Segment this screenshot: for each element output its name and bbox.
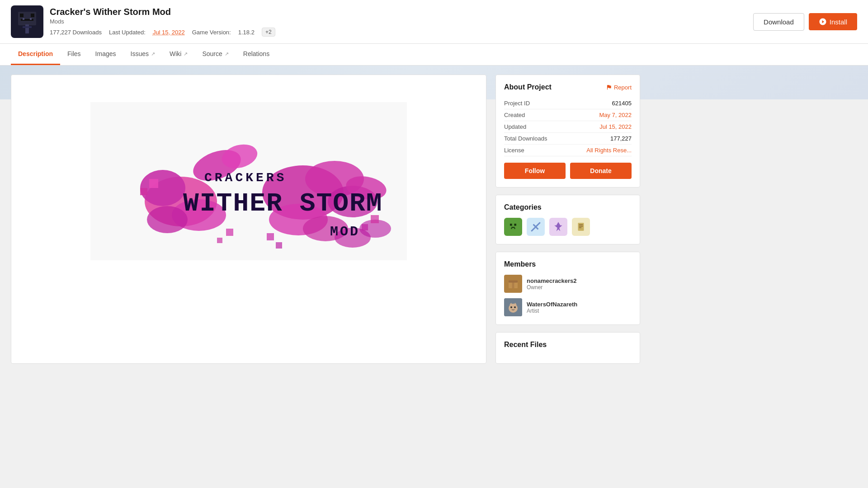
- svg-rect-28: [267, 233, 274, 240]
- svg-point-49: [509, 304, 518, 313]
- package-icon: [506, 277, 520, 291]
- svg-rect-47: [512, 282, 514, 288]
- nav-tabs: Description Files Images Issues ↗ Wiki ↗…: [0, 44, 868, 66]
- category-icon-misc[interactable]: [572, 218, 590, 236]
- project-type: Mods: [50, 18, 275, 25]
- tab-wiki[interactable]: Wiki ↗: [162, 44, 195, 65]
- svg-rect-8: [23, 26, 32, 28]
- svg-rect-37: [514, 224, 516, 226]
- tab-relations[interactable]: Relations: [236, 44, 277, 65]
- created-date[interactable]: May 7, 2022: [599, 112, 632, 118]
- about-header: About Project Report: [504, 83, 632, 91]
- flag-icon: [606, 84, 612, 90]
- download-count: 177,227 Downloads: [50, 29, 102, 36]
- project-icon: [11, 5, 43, 38]
- install-icon: [819, 18, 827, 26]
- svg-rect-44: [579, 227, 581, 228]
- main-content: CRACKERS WITHER STORM MOD About Project …: [0, 66, 651, 373]
- svg-text:WITHER STORM: WITHER STORM: [183, 189, 383, 218]
- member-name-waters[interactable]: WatersOfNazareth: [527, 301, 577, 308]
- tab-images[interactable]: Images: [88, 44, 123, 65]
- project-details: Cracker's Wither Storm Mod Mods 177,227 …: [50, 7, 275, 37]
- tab-files[interactable]: Files: [60, 44, 88, 65]
- mod-icon-svg: [14, 8, 41, 35]
- category-icon-sword[interactable]: [527, 218, 545, 236]
- project-title: Cracker's Wither Storm Mod: [50, 7, 275, 17]
- categories-title: Categories: [504, 203, 632, 211]
- updated-row: Updated Jul 15, 2022: [504, 121, 632, 133]
- cat-avatar: [504, 298, 522, 316]
- svg-rect-36: [510, 224, 512, 226]
- member-item: nonamecrackers2 Owner: [504, 275, 632, 293]
- follow-button[interactable]: Follow: [504, 163, 566, 179]
- tab-source[interactable]: Source ↗: [195, 44, 236, 65]
- game-version-label: Game Version:: [192, 29, 231, 36]
- member-name-noname[interactable]: nonamecrackers2: [527, 277, 577, 284]
- svg-rect-5: [23, 18, 24, 20]
- sword-svg: [530, 221, 542, 233]
- misc-svg: [575, 221, 587, 233]
- source-external-icon: ↗: [225, 51, 229, 57]
- svg-rect-40: [514, 228, 515, 229]
- svg-rect-6: [30, 18, 32, 20]
- last-updated-label: Last Updated:: [109, 29, 146, 36]
- category-icon-magic[interactable]: [549, 218, 567, 236]
- svg-point-51: [514, 306, 516, 308]
- total-downloads-row: Total Downloads 177,227: [504, 133, 632, 145]
- updated-date[interactable]: Jul 15, 2022: [599, 123, 632, 130]
- categories-card: Categories: [495, 195, 640, 244]
- license-label: License: [504, 147, 524, 154]
- wiki-external-icon: ↗: [184, 51, 188, 57]
- report-label: Report: [614, 84, 632, 91]
- tab-description[interactable]: Description: [11, 44, 60, 65]
- recent-files-title: Recent Files: [504, 341, 632, 349]
- svg-rect-30: [226, 229, 233, 236]
- svg-rect-29: [276, 242, 282, 249]
- issues-external-icon: ↗: [151, 51, 155, 57]
- version-more-badge[interactable]: +2: [262, 28, 275, 37]
- members-list: nonamecrackers2 Owner: [504, 275, 632, 316]
- last-updated-date: Jul 15, 2022: [153, 29, 185, 36]
- svg-rect-2: [20, 14, 24, 17]
- members-card: Members nonamecrackers2 Owner: [495, 252, 640, 325]
- svg-text:MOD: MOD: [330, 224, 360, 239]
- donate-button[interactable]: Donate: [570, 163, 632, 179]
- svg-rect-39: [511, 228, 512, 229]
- about-project-card: About Project Report Project ID 621405 C…: [495, 75, 640, 188]
- download-button[interactable]: Download: [753, 13, 804, 31]
- creeper-svg: [507, 221, 519, 233]
- svg-rect-42: [579, 225, 583, 225]
- updated-label: Updated: [504, 123, 526, 130]
- svg-rect-7: [25, 24, 29, 33]
- member-item-2: WatersOfNazareth Artist: [504, 298, 632, 316]
- svg-rect-41: [578, 223, 584, 230]
- magic-svg: [552, 221, 564, 233]
- category-icon-creeper[interactable]: [504, 218, 522, 236]
- tab-issues[interactable]: Issues ↗: [123, 44, 162, 65]
- member-role-noname: Owner: [527, 284, 577, 291]
- project-id-value: 621405: [612, 100, 632, 107]
- svg-text:CRACKERS: CRACKERS: [204, 171, 287, 185]
- svg-rect-27: [362, 224, 368, 230]
- mod-banner: CRACKERS WITHER STORM MOD: [20, 84, 477, 278]
- svg-point-13: [147, 206, 188, 233]
- content-area: CRACKERS WITHER STORM MOD: [11, 75, 486, 364]
- banner-image: CRACKERS WITHER STORM MOD: [90, 102, 407, 260]
- svg-point-50: [510, 306, 512, 308]
- report-button[interactable]: Report: [606, 84, 632, 91]
- recent-files-card: Recent Files: [495, 332, 640, 364]
- top-actions: Download Install: [753, 13, 857, 31]
- license-row: License All Rights Rese...: [504, 145, 632, 156]
- member-role-waters: Artist: [527, 308, 577, 314]
- top-bar: Cracker's Wither Storm Mod Mods 177,227 …: [0, 0, 868, 44]
- install-button[interactable]: Install: [809, 13, 857, 30]
- install-label: Install: [830, 18, 847, 26]
- svg-rect-43: [579, 226, 583, 227]
- project-id-row: Project ID 621405: [504, 98, 632, 109]
- about-title: About Project: [504, 83, 552, 91]
- license-value[interactable]: All Rights Rese...: [586, 147, 632, 154]
- member-info-waters: WatersOfNazareth Artist: [527, 301, 577, 314]
- game-version: 1.18.2: [238, 29, 255, 36]
- categories-grid: [504, 218, 632, 236]
- members-title: Members: [504, 260, 632, 268]
